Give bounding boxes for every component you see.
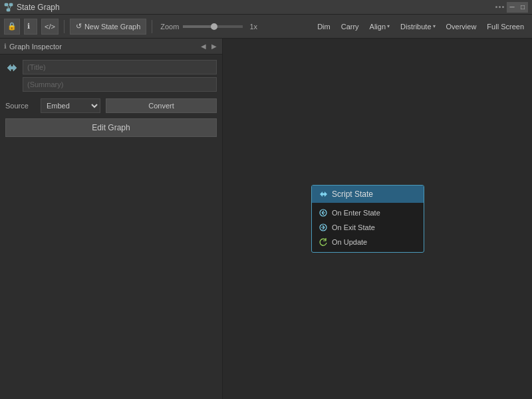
state-graph-icon bbox=[4, 3, 13, 12]
zoom-label: Zoom bbox=[160, 23, 179, 31]
node-type-icon bbox=[5, 61, 19, 74]
toolbar: 🔒 ℹ </> ↺ New State Graph Zoom 1x Dim Ca… bbox=[0, 15, 532, 39]
toolbar-lock-btn[interactable]: 🔒 bbox=[4, 19, 20, 35]
convert-button[interactable]: Convert bbox=[106, 98, 217, 113]
plus-icon: ↺ bbox=[76, 22, 82, 31]
svg-rect-0 bbox=[5, 3, 8, 6]
zoom-slider-fill bbox=[183, 25, 213, 28]
title-bar-title: State Graph bbox=[17, 3, 495, 12]
new-state-graph-button[interactable]: ↺ New State Graph bbox=[70, 19, 146, 35]
edit-graph-button[interactable]: Edit Graph bbox=[5, 118, 217, 137]
panel-collapse-right-btn[interactable]: ▶ bbox=[210, 43, 218, 50]
node-item-on-enter-state[interactable]: On Enter State bbox=[312, 205, 424, 220]
script-state-node[interactable]: Script State On Enter State bbox=[311, 185, 424, 253]
on-update-label: On Update bbox=[332, 238, 367, 246]
zoom-slider[interactable] bbox=[183, 25, 243, 28]
node-item-on-update[interactable]: On Update bbox=[312, 235, 424, 249]
title-bar: State Graph ─ □ bbox=[0, 0, 532, 15]
on-exit-state-label: On Exit State bbox=[332, 223, 375, 231]
distribute-chevron-icon: ▾ bbox=[433, 23, 436, 29]
canvas-area[interactable]: Script State On Enter State bbox=[223, 39, 532, 399]
overview-button[interactable]: Overview bbox=[442, 19, 481, 35]
source-label: Source bbox=[5, 102, 35, 110]
full-screen-button[interactable]: Full Screen bbox=[483, 19, 528, 35]
distribute-button[interactable]: Distribute ▾ bbox=[396, 19, 439, 35]
align-button[interactable]: Align ▾ bbox=[366, 19, 394, 35]
zoom-value: 1x bbox=[249, 23, 257, 31]
main-area: ℹ Graph Inspector ◀ ▶ Source bbox=[0, 39, 532, 399]
toolbar-info-btn[interactable]: ℹ bbox=[24, 19, 37, 35]
toolbar-separator-1 bbox=[64, 20, 65, 33]
enter-state-icon bbox=[319, 208, 328, 217]
carry-button[interactable]: Carry bbox=[337, 19, 363, 35]
update-icon bbox=[319, 237, 328, 247]
node-header-title: Script State bbox=[332, 190, 373, 199]
align-chevron-icon: ▾ bbox=[387, 23, 390, 29]
node-header: Script State bbox=[312, 186, 424, 203]
node-info bbox=[0, 55, 222, 94]
panel-header: ℹ Graph Inspector ◀ ▶ bbox=[0, 39, 222, 55]
node-body: On Enter State On Exit State bbox=[312, 203, 424, 252]
summary-input[interactable] bbox=[23, 77, 217, 92]
info-icon: ℹ bbox=[4, 43, 7, 50]
node-item-on-exit-state[interactable]: On Exit State bbox=[312, 220, 424, 235]
zoom-slider-thumb[interactable] bbox=[211, 23, 217, 30]
source-row: Source Embed Script External Convert bbox=[0, 94, 222, 117]
exit-state-icon bbox=[319, 223, 328, 232]
panel-header-title: Graph Inspector bbox=[9, 43, 197, 51]
left-panel: ℹ Graph Inspector ◀ ▶ Source bbox=[0, 39, 223, 399]
maximize-button[interactable]: □ bbox=[517, 2, 528, 13]
window-menu[interactable] bbox=[495, 6, 504, 8]
script-state-header-icon bbox=[319, 190, 328, 199]
svg-rect-2 bbox=[7, 9, 10, 11]
minimize-button[interactable]: ─ bbox=[507, 2, 517, 13]
toolbar-right: Dim Carry Align ▾ Distribute ▾ Overview … bbox=[313, 19, 528, 35]
source-select[interactable]: Embed Script External bbox=[41, 98, 100, 113]
node-icon-row bbox=[5, 60, 217, 92]
on-enter-state-label: On Enter State bbox=[332, 209, 380, 217]
title-input[interactable] bbox=[23, 60, 217, 74]
svg-rect-1 bbox=[9, 3, 13, 6]
toolbar-separator-2 bbox=[152, 20, 152, 33]
node-fields bbox=[23, 60, 217, 92]
svg-line-4 bbox=[10, 6, 11, 9]
panel-collapse-left-btn[interactable]: ◀ bbox=[200, 43, 207, 50]
dim-button[interactable]: Dim bbox=[313, 19, 334, 35]
svg-line-3 bbox=[8, 6, 9, 9]
toolbar-code-btn[interactable]: </> bbox=[41, 19, 59, 35]
